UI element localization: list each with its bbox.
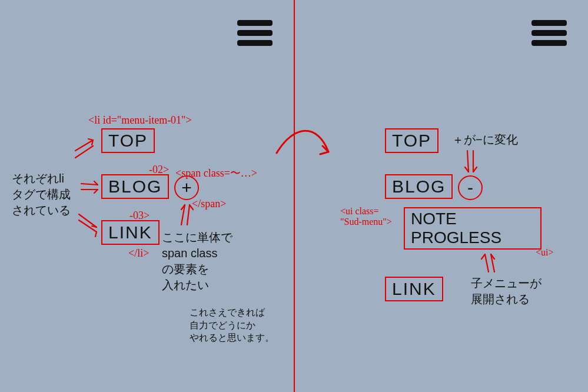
menu-item-link[interactable]: LINK [101,220,160,245]
code-li-open: <li id="menu-item-01"> [88,114,192,127]
menu-item-label: BLOG [392,177,446,196]
menu-item-link[interactable]: LINK [385,277,443,301]
expand-toggle-minus[interactable]: - [458,175,483,200]
menu-item-blog[interactable]: BLOG [101,174,169,199]
menu-item-blog[interactable]: BLOG [385,174,453,199]
note-li-structure: それぞれli タグで構成 されている [12,171,71,218]
plus-icon: + [181,178,192,198]
menu-item-top[interactable]: TOP [101,128,155,153]
submenu-item-progless[interactable]: PROGLESS [411,228,534,247]
code-ul-open: <ui class= "Sud-menu"> [340,206,392,227]
code-id-02: -02> [149,164,169,176]
menu-item-label: TOP [392,131,431,150]
note-span-want: ここに単体で span class の要素を 入れたい [162,230,232,293]
minus-icon: - [467,178,473,198]
state-before-pane: TOP BLOG LINK + <li id="menu-item-01"> -… [0,0,294,392]
note-footnote: これさえできれば 自力でどうにか やれると思います。 [190,306,274,344]
submenu[interactable]: NOTE PROGLESS [404,207,542,250]
code-ul-close: <ui> [536,247,554,258]
hamburger-icon[interactable] [531,20,567,46]
code-li-close: </li> [128,247,149,260]
note-submenu-expand: 子メニューが 展開される [471,275,542,307]
submenu-item-note[interactable]: NOTE [411,210,534,228]
menu-item-top[interactable]: TOP [385,128,438,153]
hamburger-icon[interactable] [237,20,273,46]
code-id-03: -03> [129,210,150,222]
state-after-pane: TOP BLOG - NOTE PROGLESS LINK <ui class=… [294,0,588,392]
code-span-close: </span> [192,198,226,210]
menu-item-label: LINK [392,279,436,298]
menu-item-label: TOP [108,131,148,150]
menu-item-label: LINK [108,222,152,242]
code-span-open: <span class=〜…> [175,166,257,180]
menu-item-label: BLOG [108,177,162,196]
note-sign-change: ＋が−に変化 [452,132,518,148]
